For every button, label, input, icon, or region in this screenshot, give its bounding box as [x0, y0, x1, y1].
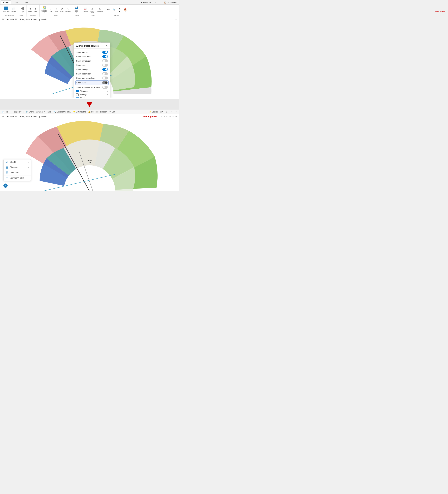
show-bookmark-toggle[interactable] [102, 86, 108, 89]
file-btn[interactable]: 📄 File [1, 110, 9, 113]
ribbon-group-visualization: Chart Type ▼ 🔄 Rotate Visualization [1, 5, 18, 16]
refresh-btn[interactable]: ↺ [170, 110, 173, 113]
export-icon-btn[interactable]: 📤 ▼ [123, 7, 128, 12]
chart-type-icon [4, 7, 8, 10]
bookmark-reading-icon[interactable]: ◇ [167, 115, 168, 118]
teams-icon: 💬 [36, 111, 38, 113]
chart-title-bar: 2022 Actuals, 2022 Plan, Plan, Actuals b… [0, 17, 179, 22]
series-btn[interactable]: ≡ Series [27, 7, 33, 13]
annotation-btn[interactable]: A Annotation [96, 7, 104, 13]
data-labels-icon: A A A [75, 6, 78, 10]
reading-section: 📄 File | ↗ Export ▼ | 🔗 Share 💬 Chat in … [0, 110, 179, 191]
elements-expand[interactable]: ∨ [107, 90, 108, 92]
total-text: Total [87, 160, 92, 161]
deviation-btn[interactable]: Δ DeviationStory [89, 6, 96, 13]
kpi-btn[interactable]: KPI [106, 8, 111, 12]
annotation-icon: A [98, 7, 102, 11]
pivot-data-btn[interactable]: ⊞ Pivot data [139, 1, 152, 4]
sep1: | [10, 111, 11, 113]
show-tabs-toggle[interactable] [102, 81, 108, 84]
sort-btn[interactable]: ↕ [159, 1, 162, 4]
trellis-btn[interactable]: Trellis ▼ [19, 6, 25, 14]
filter-icon-title[interactable]: ▽ [175, 18, 177, 21]
svg-rect-12 [77, 7, 78, 9]
settings-icon-btn[interactable]: ⚙ ▼ [117, 7, 122, 12]
modal-body: Show toolbar Show Pivot data Show annota… [74, 49, 110, 98]
filter-data-btn[interactable]: ▽ Filter [59, 7, 64, 13]
total-value: 1.1b [87, 161, 92, 164]
pivot-icon: ⊞ [141, 1, 142, 4]
insights-btn[interactable]: 💡 Get insights [72, 110, 86, 113]
more-reading-icon[interactable]: ··· [175, 115, 177, 118]
svg-rect-10 [75, 8, 76, 9]
modal-header: Allowed user controls ✕ [74, 43, 110, 49]
svg-rect-2 [7, 7, 7, 10]
filter-icon: ⚐ [155, 1, 156, 4]
search-icon-btn[interactable]: 🔍 [112, 8, 117, 12]
analytics-btn[interactable]: 📈 Analytics [82, 7, 89, 13]
tab-chart[interactable]: Chart [1, 0, 11, 4]
show-annotation-toggle[interactable] [102, 59, 108, 62]
ribbon-right-area: ⊞ Pivot data ⚐ ↕ 📋 Storyboard [139, 1, 179, 4]
copilot-btn[interactable]: ✨ Copilot [148, 110, 158, 113]
show-pivot-toggle[interactable] [102, 55, 108, 58]
svg-rect-4 [22, 7, 24, 8]
edit-section: Chart Card Table ⊞ Pivot data ⚐ ↕ 📋 Stor… [0, 0, 179, 99]
edit-btn[interactable]: ✏ Edit [109, 110, 116, 113]
context-summary-item[interactable]: Summary Table [4, 175, 31, 181]
modal-close-btn[interactable]: ✕ [106, 44, 108, 47]
chat-teams-btn[interactable]: 💬 Chat in Teams [36, 110, 52, 113]
settings-expand[interactable]: ∨ [107, 94, 108, 96]
show-pivot-row: Show Pivot data [76, 54, 108, 59]
context-charts-item[interactable]: Charts › [4, 160, 31, 165]
show-action-toggle[interactable] [102, 72, 108, 75]
export-reading-btn[interactable]: ↗ Export ▼ [11, 110, 22, 113]
split-btn[interactable]: ⫸ Split [33, 7, 38, 13]
elements-checkbox[interactable] [76, 90, 79, 92]
filter-reading-icon[interactable]: ▽ [160, 115, 162, 118]
charts-checkbox[interactable] [76, 97, 79, 98]
show-axis-label: Show axis break icon [76, 77, 95, 79]
svg-rect-6 [22, 9, 24, 10]
conditional-formatting-btn[interactable]: Conditionalformatting ▼ [41, 6, 48, 14]
subscribe-btn[interactable]: 🔔 Subscribe to report [87, 110, 108, 113]
context-charts-label: Charts [10, 161, 16, 163]
view-mode-btn[interactable]: □ ▼ [160, 111, 164, 113]
fullscreen-btn[interactable]: ⛶ [166, 111, 169, 113]
add-tab-btn[interactable]: + [3, 184, 8, 188]
export-reading2-icon[interactable]: ⤡ [172, 115, 174, 118]
show-settings-toggle[interactable] [102, 68, 108, 71]
explore-btn[interactable]: 🔍 Explore this data [53, 110, 71, 113]
show-toolbar-toggle[interactable] [102, 51, 108, 54]
show-action-row: Show action icon [76, 72, 108, 76]
svg-text:A: A [75, 7, 76, 8]
tab-card[interactable]: Card [11, 0, 21, 4]
equals-reading-icon[interactable]: ≡ [170, 115, 170, 118]
svg-rect-30 [7, 166, 8, 167]
cond-format-icon [42, 6, 46, 10]
sort-data-btn[interactable]: ↕ Sort [48, 7, 53, 13]
svg-rect-3 [21, 7, 22, 8]
context-pivot-item[interactable]: Pivot data [4, 170, 31, 175]
tab-table[interactable]: Table [21, 0, 31, 4]
topn-btn[interactable]: ↑ Top n [54, 7, 59, 13]
rotate-btn[interactable]: 🔄 Rotate [11, 7, 17, 13]
data-labels-btn[interactable]: A A A Datalabels ▼ [73, 5, 80, 14]
close-reading-btn[interactable]: ✕ [175, 110, 178, 113]
visualization-items: Chart Type ▼ 🔄 Rotate [2, 5, 17, 14]
storyboard-btn[interactable]: 📋 Storyboard [163, 1, 178, 4]
show-bookmark-row: Show read view bookmarking [76, 85, 108, 89]
svg-rect-32 [7, 168, 8, 168]
show-axis-toggle[interactable] [102, 76, 108, 79]
share-btn[interactable]: 🔗 Share [25, 110, 34, 113]
svg-rect-9 [44, 8, 46, 9]
filter-btn[interactable]: ⚐ [154, 1, 157, 4]
context-elements-item[interactable]: Elements › [4, 165, 31, 170]
ribbon-group-story: 📈 Analytics Δ DeviationStory A Annotatio… [81, 5, 105, 16]
chart-type-btn[interactable]: Chart Type ▼ [2, 6, 11, 14]
pencil-reading-icon[interactable]: ✎ [163, 115, 165, 118]
settings-checkbox[interactable] [76, 93, 79, 96]
formula-btn[interactable]: Fx Formula [65, 7, 71, 13]
elements-checkbox-row: Elements ∨ [76, 89, 108, 93]
show-export-toggle[interactable] [102, 64, 108, 67]
